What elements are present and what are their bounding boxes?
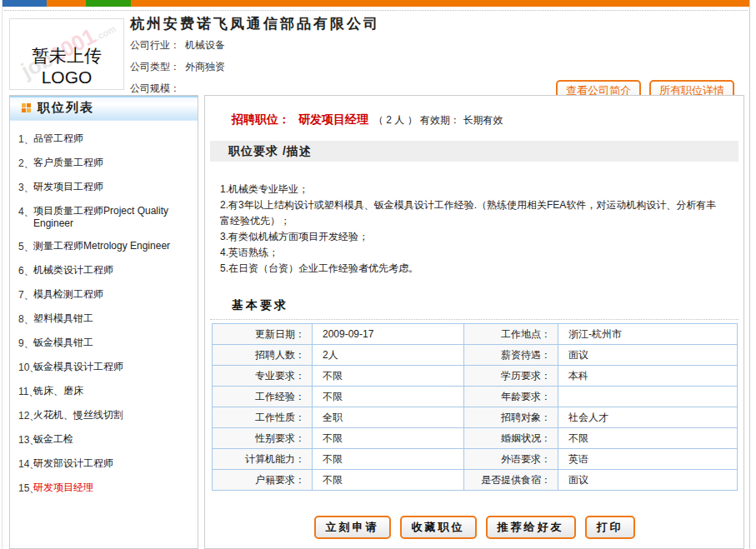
description-line: 5.在日资（台资）企业工作经验者优先考虑。 — [220, 261, 720, 277]
job-list-item[interactable]: 3、研发项目工程师 — [10, 176, 193, 200]
table-value-cell: 2人 — [313, 345, 464, 366]
company-header: job1001.com 暂未上传LOGO 杭州安费诺飞凤通信部品有限公司 公司行… — [3, 11, 749, 102]
table-row: 计算机能力：不限外语要求：英语 — [213, 449, 738, 470]
job-item-number: 1、 — [10, 132, 33, 147]
job-item-label: 项目质量工程师Project Quality Engineer — [33, 205, 193, 230]
validity-value: 长期有效 — [463, 114, 503, 126]
content-area: 职位列表 1、品管工程师 2、客户质量工程师 3、研发项目工程师 4、项目质量工… — [3, 95, 749, 549]
job-title: 研发项目经理 — [298, 112, 368, 126]
table-value-cell: 英语 — [558, 449, 738, 470]
job-item-label: 研发项目工程师 — [33, 181, 193, 195]
sidebar-header: 职位列表 — [10, 96, 198, 121]
squares-icon — [22, 103, 31, 112]
table-row: 招聘人数：2人薪资待遇：面议 — [213, 345, 738, 366]
table-value-cell: 面议 — [558, 345, 738, 366]
job-item-number: 15、 — [10, 482, 33, 496]
job-list-item[interactable]: 1、品管工程师 — [10, 127, 193, 152]
job-item-number: 8、 — [10, 312, 33, 327]
description-section-header: 职位要求 /描述 — [210, 141, 738, 162]
job-item-number: 3、 — [10, 181, 33, 195]
company-name: 杭州安费诺飞凤通信部品有限公司 — [130, 14, 380, 33]
company-field-value: 外商独资 — [185, 61, 225, 72]
job-list-item[interactable]: 8、塑料模具钳工 — [10, 307, 193, 332]
basic-requirements-divider — [210, 319, 738, 320]
job-list: 1、品管工程师 2、客户质量工程师 3、研发项目工程师 4、项目质量工程师Pro… — [10, 121, 198, 501]
description-line: 3.有类似机械方面项目开发经验； — [220, 229, 720, 245]
table-row: 性别要求：不限婚姻状况：不限 — [213, 428, 738, 449]
company-field: 公司行业：机械设备 — [130, 38, 225, 60]
table-label-cell: 婚姻状况： — [464, 428, 558, 449]
job-list-item[interactable]: 10、钣金模具设计工程师 — [10, 356, 193, 380]
table-label-cell: 学历要求： — [464, 366, 558, 387]
basic-requirements-title: 基本要求 — [232, 298, 738, 313]
job-item-label: 火花机、慢丝线切割 — [33, 409, 193, 423]
company-field: 公司类型：外商独资 — [130, 60, 225, 82]
job-item-label: 客户质量工程师 — [33, 157, 193, 171]
job-item-number: 12、 — [10, 409, 33, 423]
table-label-cell: 招聘对象： — [464, 407, 558, 428]
action-button[interactable]: 收藏职位 — [400, 516, 477, 539]
table-value-cell: 本科 — [558, 366, 738, 387]
company-field-label: 公司行业： — [130, 39, 180, 51]
table-label-cell: 外语要求： — [464, 449, 558, 470]
job-item-label: 钣金工检 — [33, 433, 193, 447]
watermark-com: .com — [93, 23, 117, 42]
table-label-cell: 工作经验： — [213, 387, 313, 407]
requirements-table-body: 更新日期：2009-09-17工作地点：浙江-杭州市招聘人数：2人薪资待遇：面议… — [213, 324, 738, 491]
topbar-orange-segment — [47, 0, 86, 7]
job-list-item[interactable]: 2、客户质量工程师 — [10, 152, 193, 176]
job-item-label: 塑料模具钳工 — [33, 312, 193, 327]
job-item-label: 模具检测工程师 — [33, 288, 193, 302]
job-list-item[interactable]: 12、火花机、慢丝线切割 — [10, 404, 193, 428]
validity-label: 有效期： — [420, 114, 460, 126]
table-value-cell: 全职 — [313, 407, 464, 428]
sidebar-title: 职位列表 — [38, 100, 94, 116]
table-row: 户籍要求：不限是否提供食宿：面议 — [213, 470, 738, 491]
company-logo-placeholder: job1001.com 暂未上传LOGO — [9, 18, 124, 90]
requirements-table: 更新日期：2009-09-17工作地点：浙江-杭州市招聘人数：2人薪资待遇：面议… — [212, 323, 738, 491]
action-button[interactable]: 打印 — [585, 516, 635, 539]
table-label-cell: 更新日期： — [213, 324, 313, 345]
table-label-cell: 专业要求： — [213, 366, 313, 387]
job-list-item[interactable]: 15、研发项目经理 — [10, 477, 193, 501]
job-item-label: 钣金模具设计工程师 — [33, 361, 193, 375]
table-label-cell: 性别要求： — [213, 428, 313, 449]
table-label-cell: 工作性质： — [213, 407, 313, 428]
description-section-title: 职位要求 /描述 — [228, 144, 312, 159]
job-list-item[interactable]: 14、研发部设计工程师 — [10, 452, 193, 477]
job-list-item[interactable]: 13、钣金工检 — [10, 428, 193, 452]
company-field-label: 公司类型： — [130, 61, 180, 72]
table-label-cell: 计算机能力： — [213, 449, 313, 470]
job-item-number: 4、 — [10, 205, 33, 230]
table-label-cell: 招聘人数： — [213, 345, 313, 366]
table-label-cell: 年龄要求： — [464, 387, 558, 407]
description-line: 2.有3年以上结构设计或塑料模具、钣金模具设计工作经验.（熟练使用相关FEA软件… — [220, 197, 720, 229]
job-list-item[interactable]: 9、钣金模具钳工 — [10, 332, 193, 356]
job-item-number: 7、 — [10, 288, 33, 302]
table-label-cell: 工作地点： — [464, 324, 558, 345]
job-list-item[interactable]: 5、测量工程师Metrology Engineer — [10, 235, 193, 259]
job-header-caption: 招聘职位： — [232, 112, 290, 126]
job-list-item[interactable]: 11、铣床、磨床 — [10, 380, 193, 404]
job-item-label: 机械类设计工程师 — [33, 264, 193, 278]
action-buttons: 立刻申请 收藏职位 推荐给好友 打印 — [210, 516, 738, 539]
job-item-label: 测量工程师Metrology Engineer — [33, 240, 193, 254]
action-button[interactable]: 推荐给好友 — [486, 516, 576, 539]
job-list-item[interactable]: 6、机械类设计工程师 — [10, 259, 193, 283]
table-value-cell: 不限 — [313, 470, 464, 491]
job-item-label: 铣床、磨床 — [33, 385, 193, 399]
table-row: 更新日期：2009-09-17工作地点：浙江-杭州市 — [213, 324, 738, 345]
logo-placeholder-text: 暂未上传LOGO — [10, 44, 123, 87]
table-row: 专业要求：不限学历要求：本科 — [213, 366, 738, 387]
table-value-cell: 2009-09-17 — [313, 324, 464, 345]
job-list-item[interactable]: 4、项目质量工程师Project Quality Engineer — [10, 200, 193, 235]
job-item-label: 钣金模具钳工 — [33, 337, 193, 351]
job-item-number: 10、 — [10, 361, 33, 375]
job-list-item[interactable]: 7、模具检测工程师 — [10, 283, 193, 307]
job-list-sidebar: 职位列表 1、品管工程师 2、客户质量工程师 3、研发项目工程师 4、项目质量工… — [9, 95, 198, 549]
job-item-number: 5、 — [10, 240, 33, 254]
job-item-label: 研发项目经理 — [33, 482, 193, 496]
table-label-cell: 户籍要求： — [213, 470, 313, 491]
action-button[interactable]: 立刻申请 — [314, 516, 391, 539]
table-value-cell: 社会人才 — [558, 407, 738, 428]
